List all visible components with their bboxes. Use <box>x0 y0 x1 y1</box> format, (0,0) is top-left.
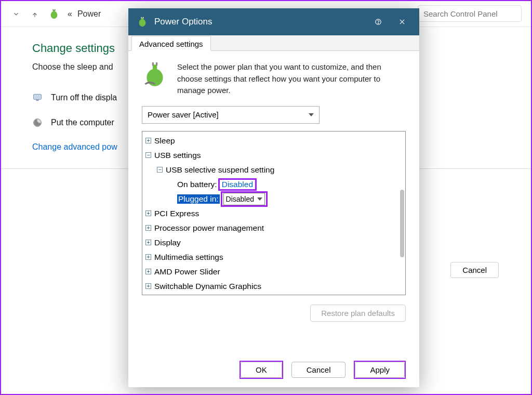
svg-rect-4 <box>55 9 56 10</box>
tree-item-multimedia[interactable]: + Multimedia settings <box>145 250 402 265</box>
svg-rect-10 <box>141 17 142 19</box>
search-input[interactable]: Search Control Panel <box>418 5 522 22</box>
svg-rect-3 <box>52 9 54 10</box>
tree-item-plugged-in[interactable]: Plugged in: Disabled <box>145 192 402 206</box>
tree-label-selected: Plugged in: <box>177 194 220 204</box>
help-button[interactable] <box>369 13 387 31</box>
tree-label: USB selective suspend setting <box>166 165 274 175</box>
expand-icon[interactable]: + <box>145 225 151 231</box>
svg-rect-6 <box>36 100 39 101</box>
tree-item-sleep[interactable]: + Sleep <box>145 134 402 148</box>
tree-label: On battery: <box>177 180 217 189</box>
svg-rect-19 <box>156 62 157 65</box>
tree-label: PCI Express <box>154 209 199 218</box>
on-battery-value[interactable]: Disabled <box>221 180 254 189</box>
scrollbar-thumb[interactable] <box>400 190 404 257</box>
close-button[interactable] <box>393 13 411 31</box>
tree-label: Switchable Dynamic Graphics <box>154 282 261 291</box>
tree-item-switchable[interactable]: + Switchable Dynamic Graphics <box>145 279 402 294</box>
breadcrumb-item: Power <box>77 9 101 19</box>
cancel-button[interactable]: Cancel <box>291 362 346 378</box>
tree-label: USB settings <box>154 151 201 160</box>
dialog-tabbar: Advanced settings <box>128 35 419 51</box>
expand-icon[interactable]: + <box>145 138 151 143</box>
settings-tree: + Sleep − USB settings − USB selective s… <box>142 131 406 295</box>
back-button[interactable] <box>10 8 22 20</box>
chevron-down-icon <box>12 10 20 18</box>
dialog-description: Select the power plan that you want to c… <box>177 61 406 97</box>
dialog-footer: OK Cancel Apply <box>128 352 419 387</box>
dialog-title: Power Options <box>154 17 363 27</box>
dialog-titlebar: Power Options <box>128 8 419 35</box>
dialog-content: Select the power plan that you want to c… <box>128 51 419 352</box>
svg-rect-5 <box>34 94 42 99</box>
collapse-icon[interactable]: − <box>157 167 163 173</box>
expand-icon[interactable]: + <box>145 210 151 216</box>
tab-advanced-settings[interactable]: Advanced settings <box>131 36 211 51</box>
power-plan-large-icon <box>142 61 168 87</box>
dialog-description-row: Select the power plan that you want to c… <box>142 61 406 97</box>
ok-button[interactable]: OK <box>241 362 282 378</box>
tree-label: Sleep <box>154 136 175 146</box>
chevron-down-icon <box>257 198 262 201</box>
apply-button[interactable]: Apply <box>355 362 405 378</box>
restore-defaults-button[interactable]: Restore plan defaults <box>310 305 406 322</box>
plugged-in-select[interactable]: Disabled <box>223 193 265 205</box>
svg-rect-18 <box>152 62 154 65</box>
expand-icon[interactable]: + <box>145 254 151 260</box>
cp-cancel-button[interactable]: Cancel <box>450 262 499 278</box>
up-button[interactable] <box>29 8 41 20</box>
close-icon <box>398 18 406 25</box>
tree-item-usb-selective[interactable]: − USB selective suspend setting <box>145 163 402 177</box>
tree-label: AMD Power Slider <box>154 267 220 276</box>
tree-item-amd[interactable]: + AMD Power Slider <box>145 265 402 279</box>
breadcrumb[interactable]: « Power <box>68 9 101 19</box>
svg-point-13 <box>378 23 379 23</box>
power-plan-select[interactable]: Power saver [Active] <box>142 106 320 124</box>
chevron-down-icon <box>309 113 314 116</box>
svg-point-1 <box>51 11 58 19</box>
setting-label: Turn off the displa <box>51 93 117 102</box>
tree-label: Processor power management <box>154 223 264 233</box>
tree-label: Display <box>154 238 181 247</box>
expand-icon[interactable]: + <box>145 283 151 289</box>
tree-item-display[interactable]: + Display <box>145 235 402 250</box>
sleep-icon <box>32 117 43 128</box>
breadcrumb-separator: « <box>68 9 72 19</box>
monitor-off-icon <box>32 93 43 103</box>
search-placeholder: Search Control Panel <box>423 9 498 18</box>
power-plan-icon <box>48 8 60 20</box>
help-icon <box>375 18 382 25</box>
tree-item-pci[interactable]: + PCI Express <box>145 206 402 221</box>
setting-label: Put the computer <box>51 118 114 127</box>
plugged-in-value: Disabled <box>226 195 254 203</box>
expand-icon[interactable]: + <box>145 269 151 274</box>
tree-item-ppm[interactable]: + Processor power management <box>145 221 402 235</box>
collapse-icon[interactable]: − <box>145 152 151 158</box>
svg-point-8 <box>139 19 146 27</box>
svg-rect-11 <box>143 17 144 19</box>
expand-icon[interactable]: + <box>145 240 151 245</box>
tree-item-usb-settings[interactable]: − USB settings <box>145 148 402 163</box>
tree-item-on-battery[interactable]: On battery: Disabled <box>145 177 402 192</box>
arrow-up-icon <box>31 10 38 18</box>
tree-label: Multimedia settings <box>154 253 223 262</box>
power-plan-icon <box>137 16 148 28</box>
power-options-dialog: Power Options Advanced settings Select t… <box>128 8 419 387</box>
power-plan-selected: Power saver [Active] <box>148 110 219 119</box>
